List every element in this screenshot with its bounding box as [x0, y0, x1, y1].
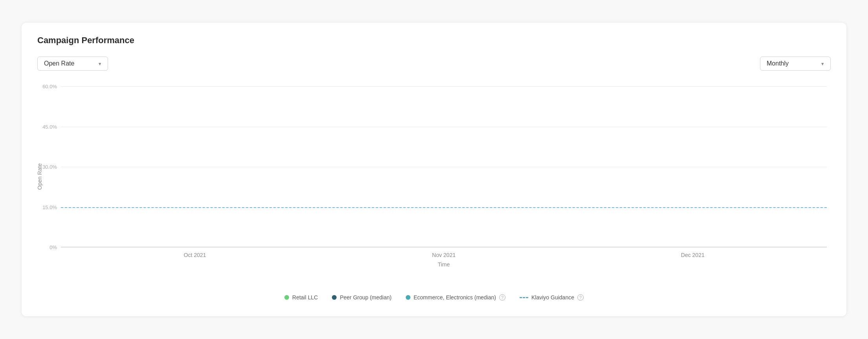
period-dropdown-label: Monthly — [767, 60, 789, 67]
grid-line-60 — [61, 86, 827, 87]
legend-peer-label: Peer Group (median) — [340, 294, 392, 301]
legend-retail-label: Retail LLC — [292, 294, 318, 301]
y-tick-45: 45.0% — [42, 124, 61, 129]
page-title: Campaign Performance — [37, 35, 831, 46]
dashed-reference-line — [61, 207, 827, 208]
legend-ecom-dot — [406, 295, 410, 300]
legend-peer-dot — [332, 295, 337, 300]
legend-retail: Retail LLC — [284, 294, 318, 301]
legend-retail-dot — [284, 295, 289, 300]
grid-line-45 — [61, 127, 827, 127]
period-dropdown[interactable]: Monthly ▾ — [760, 56, 831, 71]
legend-klaviyo-question[interactable]: ? — [577, 294, 584, 301]
y-tick-0: 0% — [49, 244, 61, 250]
grid-container: 60.0% 45.0% 30.0% 15.0% 0% — [61, 86, 827, 247]
chart-legend: Retail LLC Peer Group (median) Ecommerce… — [37, 294, 831, 301]
legend-klaviyo-dashed — [520, 297, 528, 298]
legend-ecom-label: Ecommerce, Electronics (median) — [414, 294, 496, 301]
legend-ecom: Ecommerce, Electronics (median) ? — [406, 294, 505, 301]
y-tick-60: 60.0% — [42, 84, 61, 89]
chart-controls: Open Rate ▾ Monthly ▾ — [37, 56, 831, 71]
oct-x-label: Oct 2021 — [99, 252, 291, 258]
nov-x-label: Nov 2021 — [348, 252, 540, 258]
metric-chevron-icon: ▾ — [99, 61, 101, 67]
legend-klaviyo-label: Klaviyo Guidance — [531, 294, 574, 301]
metric-dropdown[interactable]: Open Rate ▾ — [37, 56, 108, 71]
dec-x-label: Dec 2021 — [597, 252, 789, 258]
y-tick-15: 15.0% — [42, 204, 61, 210]
x-axis-title: Time — [438, 261, 450, 268]
legend-klaviyo: Klaviyo Guidance ? — [520, 294, 584, 301]
legend-peer: Peer Group (median) — [332, 294, 392, 301]
metric-dropdown-label: Open Rate — [44, 60, 74, 67]
campaign-performance-card: Campaign Performance Open Rate ▾ Monthly… — [22, 23, 846, 316]
y-axis-label: Open Rate — [37, 163, 43, 190]
chart-inner: 60.0% 45.0% 30.0% 15.0% 0% — [61, 86, 827, 247]
y-tick-30: 30.0% — [42, 164, 61, 170]
grid-line-30 — [61, 167, 827, 167]
grid-line-0 — [61, 247, 827, 248]
legend-ecom-question[interactable]: ? — [499, 294, 505, 301]
chart-area: Open Rate 60.0% 45.0% 30.0% 15.0% — [37, 82, 831, 271]
period-chevron-icon: ▾ — [821, 61, 824, 67]
